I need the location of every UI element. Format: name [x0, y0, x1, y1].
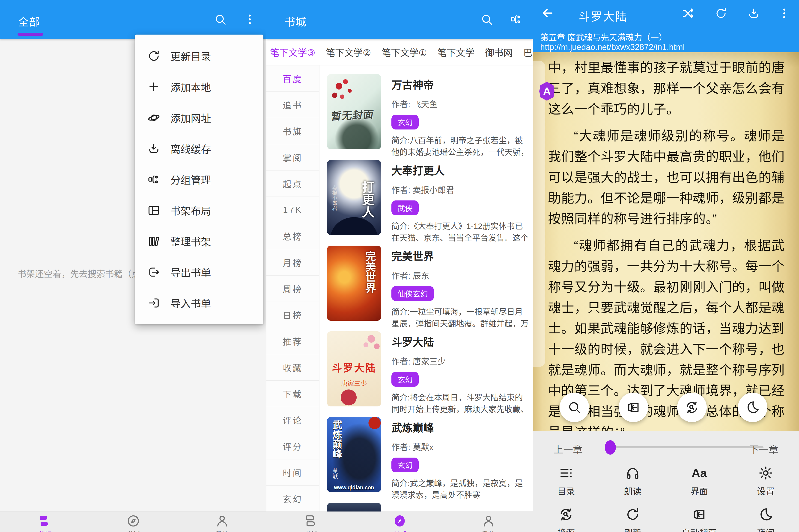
fab-source-button[interactable] — [677, 393, 707, 422]
reader-menu-换源[interactable]: 换源 — [533, 507, 599, 532]
kebab-menu-icon[interactable] — [778, 7, 791, 20]
menu-item-添加网址[interactable]: 添加网址 — [135, 102, 264, 133]
fab-autopage-button[interactable] — [619, 393, 648, 422]
refresh-icon[interactable] — [714, 7, 727, 20]
reader-menu-自动翻页[interactable]: 自动翻页 — [666, 507, 732, 532]
category-追书[interactable]: 追书 — [267, 92, 319, 118]
book-list-item[interactable]: 武炼巅峰莫默www.qidian.con武炼巅峰作者: 莫默x玄幻简介:武之巅峰… — [320, 417, 533, 503]
reader-menu-label: 设置 — [757, 484, 775, 497]
category-日榜[interactable]: 日榜 — [267, 302, 319, 328]
kebab-menu-icon[interactable] — [243, 13, 256, 26]
font-style-badge[interactable]: A — [539, 82, 555, 101]
fab-moon-button[interactable] — [738, 393, 767, 422]
nav-item-书城[interactable]: 书城 — [355, 512, 444, 532]
book-list-item[interactable]: 完美世界完美世界作者: 辰东仙侠玄幻简介:一粒尘可填海，一根草斩尽日月星辰，弹指… — [320, 246, 533, 331]
menu-item-导出书单[interactable]: 导出书单 — [135, 256, 264, 287]
tab-笔下文学[interactable]: 笔下文学 — [438, 45, 474, 59]
nav-label: 书城 — [126, 529, 140, 532]
tab-巴巴鱼[interactable]: 巴巴鱼 — [523, 45, 533, 59]
category-周榜[interactable]: 周榜 — [267, 276, 319, 302]
book-list-item[interactable]: 斗罗大陆唐家三少斗罗大陆作者: 唐家三少玄幻简介:将会在本周日，斗罗大陆结束的同… — [320, 331, 533, 417]
menu-item-label: 导入书单 — [170, 296, 211, 310]
prev-chapter-button[interactable]: 上一章 — [553, 442, 583, 456]
book-description: 简介:将会在本周日，斗罗大陆结束的同时开始上传更新，麻烦大家先收藏、推荐一下，… — [392, 392, 529, 415]
menu-item-label: 添加网址 — [170, 110, 211, 125]
genre-badge: 玄幻 — [392, 458, 419, 472]
download-icon[interactable] — [747, 7, 760, 20]
book-cover: 暂无封面 — [327, 74, 381, 149]
menu-item-离线缓存[interactable]: 离线缓存 — [135, 133, 264, 164]
category-下载[interactable]: 下载 — [267, 381, 319, 407]
nav-item-我的[interactable]: 我的 — [444, 512, 533, 532]
group-sources-icon[interactable] — [510, 13, 523, 26]
compass-icon — [393, 514, 407, 528]
next-chapter-button[interactable]: 下一章 — [749, 442, 778, 456]
category-书旗[interactable]: 书旗 — [267, 118, 319, 144]
change-source-icon[interactable] — [682, 7, 694, 20]
category-掌阅[interactable]: 掌阅 — [267, 144, 319, 171]
tab-笔下文学①[interactable]: 笔下文学① — [382, 45, 427, 59]
book-list-item[interactable]: 暂无封面万古神帝作者: 飞天鱼玄幻简介:八百年前，明帝之子张若尘，被他的未婚妻池… — [320, 74, 533, 160]
category-玄幻[interactable]: 玄幻 — [267, 486, 319, 512]
reader-menu-界面[interactable]: Aa界面 — [666, 466, 732, 497]
reader-menu-设置[interactable]: 设置 — [732, 466, 799, 497]
category-评分[interactable]: 评分 — [267, 433, 319, 459]
category-评论[interactable]: 评论 — [267, 407, 319, 433]
reader-menu-刷新[interactable]: 刷新 — [599, 507, 666, 532]
tab-御书网[interactable]: 御书网 — [485, 45, 513, 59]
chapter-progress-slider[interactable] — [609, 446, 763, 448]
category-起点[interactable]: 起点 — [267, 171, 319, 197]
category-收藏[interactable]: 收藏 — [267, 354, 319, 381]
slider-thumb[interactable] — [605, 440, 616, 455]
person-icon — [215, 514, 229, 528]
menu-item-label: 添加本地 — [170, 79, 211, 94]
book-title: 斗罗大陆 — [392, 334, 529, 349]
book-title: 完美世界 — [392, 248, 529, 263]
book-info: 完美世界作者: 辰东仙侠玄幻简介:一粒尘可填海，一根草斩尽日月星辰，弹指间天翻地… — [392, 248, 529, 329]
nav-item-我的[interactable]: 我的 — [178, 512, 267, 532]
category-推荐[interactable]: 推荐 — [267, 328, 319, 354]
plus-icon — [147, 80, 160, 93]
menu-item-导入书单[interactable]: 导入书单 — [135, 287, 264, 318]
menu-item-添加本地[interactable]: 添加本地 — [135, 72, 264, 102]
menu-item-分组管理[interactable]: 分组管理 — [135, 164, 264, 195]
book-list-item[interactable]: 打更人卖报小郎君大奉打更人作者: 卖报小郎君武侠简介:《大奉打更人》1-12册实… — [320, 160, 533, 246]
back-icon[interactable] — [541, 6, 554, 20]
reader-menu-label: 目录 — [557, 484, 575, 497]
menu-item-label: 书架布局 — [170, 203, 211, 218]
fab-search-button[interactable] — [560, 393, 589, 422]
menu-item-整理书架[interactable]: 整理书架 — [135, 226, 264, 256]
menu-item-label: 离线缓存 — [170, 141, 211, 156]
category-17K[interactable]: 17K — [267, 197, 319, 223]
category-时间[interactable]: 时间 — [267, 459, 319, 486]
export-icon — [147, 266, 160, 279]
menu-item-更新目录[interactable]: 更新目录 — [135, 41, 264, 72]
menu-item-书架布局[interactable]: 书架布局 — [135, 195, 264, 226]
tab-笔下文学②[interactable]: 笔下文学② — [326, 45, 371, 59]
toc-icon — [559, 466, 574, 481]
reader-menu-朗读[interactable]: 朗读 — [599, 466, 666, 497]
book-author: 作者: 唐家三少 — [392, 355, 529, 367]
category-月榜[interactable]: 月榜 — [267, 249, 319, 276]
cover-author-text: 唐家三少 — [341, 379, 367, 388]
shelf-icon — [304, 514, 318, 528]
reader-menu-目录[interactable]: 目录 — [533, 466, 599, 497]
tab-笔下文学③[interactable]: 笔下文学③ — [270, 45, 315, 59]
refreshc-icon — [625, 507, 640, 522]
download-icon — [147, 142, 160, 155]
reader-menu-夜间[interactable]: 夜间 — [732, 507, 799, 532]
moon-icon — [758, 507, 774, 522]
nav-item-书架[interactable]: 书架 — [267, 512, 355, 532]
category-总榜[interactable]: 总榜 — [267, 223, 319, 249]
chapter-text: 中，村里最懂事的孩子就莫过于眼前的唐三了，真难想象，那样一个父亲怎么会有这么一个… — [548, 57, 785, 443]
search-icon[interactable] — [480, 13, 493, 26]
category-百度[interactable]: 百度 — [267, 65, 319, 92]
menu-item-label: 分组管理 — [170, 172, 211, 187]
nav-item-书城[interactable]: 书城 — [89, 512, 178, 532]
nav-label: 我的 — [482, 529, 495, 532]
search-icon[interactable] — [214, 13, 227, 26]
chapter-url: http://m.juedao.net/bxwx32872/in1.html — [540, 42, 685, 52]
compass-icon — [126, 514, 141, 528]
tab-all[interactable]: 全部 — [18, 13, 40, 28]
nav-item-书架[interactable]: 书架 — [0, 512, 89, 532]
